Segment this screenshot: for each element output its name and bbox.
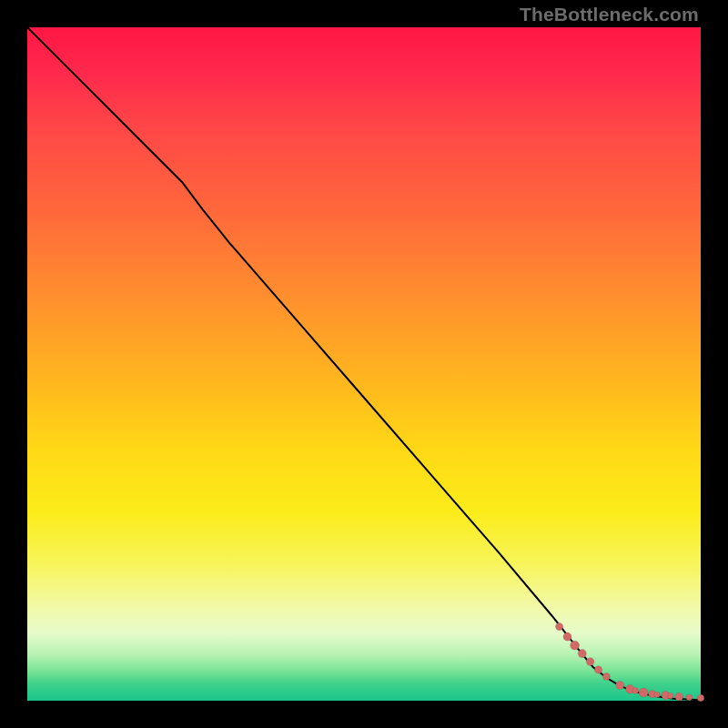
- watermark-text: TheBottleneck.com: [520, 4, 699, 25]
- chart-plot-area: [27, 27, 701, 701]
